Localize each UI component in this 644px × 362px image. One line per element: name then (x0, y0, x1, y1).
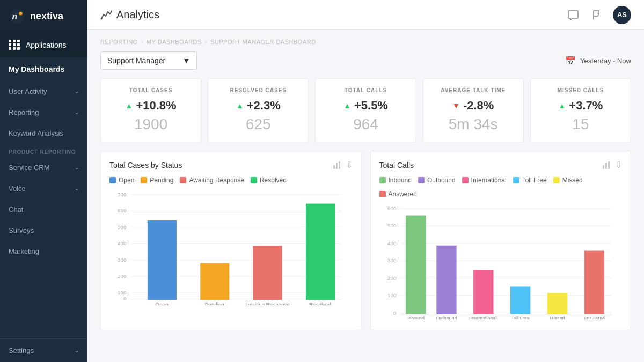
content-area: Reporting › My Dashboards › Support Mana… (87, 30, 644, 362)
user-avatar[interactable]: AS (613, 6, 631, 24)
bar-chart-icon (602, 161, 611, 169)
legend-missed: Missed (553, 176, 583, 184)
bar-missed (547, 293, 567, 314)
legend-outbound: Outbound (418, 176, 456, 184)
cases-bar-chart-svg: 700 600 500 400 300 200 100 0 Open (109, 189, 353, 305)
bar-outbound (436, 246, 456, 314)
legend-pending: Pending (141, 176, 173, 184)
chevron-down-icon: ⌄ (75, 348, 79, 353)
svg-text:400: 400 (118, 240, 127, 246)
svg-text:n: n (12, 11, 17, 21)
page-title: Analytics (116, 9, 159, 21)
legend-dot-open (109, 177, 116, 183)
svg-text:Open: Open (155, 301, 168, 305)
date-range-picker[interactable]: 📅 Yesterday - Now (565, 56, 631, 66)
chevron-down-icon: ⌄ (75, 88, 79, 94)
download-icon[interactable]: ⇩ (346, 160, 353, 170)
flag-icon-button[interactable] (589, 8, 604, 23)
sidebar-item-keyword-analysis[interactable]: Keyword Analysis (0, 123, 87, 144)
svg-rect-29 (608, 161, 610, 169)
stats-row: TOTAL CASES ▲ +10.8% 1900 RESOLVED CASES… (100, 78, 631, 142)
legend-dot-resolved (251, 177, 257, 183)
chart-calls-legend: Inbound Outbound International Toll Free (379, 176, 623, 198)
arrow-up-icon: ▲ (126, 101, 133, 110)
svg-rect-27 (603, 165, 604, 169)
download-icon[interactable]: ⇩ (615, 160, 622, 170)
arrow-up-icon: ▲ (558, 101, 566, 110)
chart-calls-header: Total Calls ⇩ (379, 160, 623, 170)
sidebar-bottom: Settings ⌄ (0, 338, 87, 362)
stat-change-resolved-cases: ▲ +2.3% (236, 99, 281, 113)
sidebar-item-reporting[interactable]: Reporting ⌄ (0, 102, 87, 123)
chat-icon-button[interactable] (566, 8, 581, 23)
arrow-up-icon: ▲ (236, 101, 244, 110)
bar-toll-free (510, 286, 530, 314)
svg-text:600: 600 (387, 205, 397, 211)
topbar-right: AS (566, 6, 631, 24)
sidebar-item-settings[interactable]: Settings ⌄ (0, 339, 87, 362)
svg-rect-5 (336, 163, 338, 169)
svg-text:International: International (470, 316, 496, 319)
svg-point-2 (19, 12, 22, 15)
arrow-down-icon: ▼ (452, 101, 460, 110)
svg-text:500: 500 (118, 224, 127, 230)
sidebar-apps-button[interactable]: Applications (0, 32, 87, 57)
legend-inbound: Inbound (379, 176, 412, 184)
legend-dot-awaiting (180, 177, 186, 183)
applications-label: Applications (26, 41, 67, 49)
sidebar-item-surveys[interactable]: Surveys (0, 220, 87, 241)
svg-text:500: 500 (387, 223, 397, 228)
sidebar-item-service-crm[interactable]: Service CRM ⌄ (0, 157, 87, 178)
bar-answered (584, 251, 604, 314)
stat-card-avg-talk-time: AVERAGE TALK TIME ▼ -2.8% 5m 34s (423, 78, 524, 142)
sidebar-item-chat[interactable]: Chat (0, 199, 87, 220)
legend-awaiting: Awaiting Response (180, 176, 244, 184)
sidebar-item-user-activity[interactable]: User Activity ⌄ (0, 81, 87, 102)
legend-dot-toll-free (513, 177, 519, 183)
legend-open: Open (109, 176, 134, 184)
main-content: Analytics AS Reporting › My Dashboards ›… (87, 0, 644, 362)
svg-text:200: 200 (118, 273, 127, 279)
bar-pending (200, 263, 229, 300)
svg-text:Awaiting Response: Awaiting Response (245, 301, 290, 305)
svg-text:100: 100 (387, 292, 397, 298)
svg-text:300: 300 (118, 257, 127, 263)
chart-cases-legend: Open Pending Awaiting Response Resolved (109, 176, 353, 184)
legend-dot-inbound (379, 177, 386, 183)
svg-text:300: 300 (387, 257, 397, 263)
legend-dot-outbound (418, 177, 425, 183)
nextiva-logo-icon: n (9, 8, 26, 25)
svg-text:400: 400 (387, 240, 397, 246)
chevron-down-icon: ▼ (182, 56, 190, 65)
svg-text:700: 700 (118, 191, 127, 197)
stat-change-total-calls: ▲ +5.5% (343, 99, 388, 113)
topbar-left: Analytics (100, 9, 159, 21)
svg-point-3 (101, 18, 103, 19)
breadcrumb: Reporting › My Dashboards › Support Mana… (100, 39, 631, 45)
stat-change-avg-talk-time: ▼ -2.8% (452, 99, 494, 113)
bar-inbound (406, 216, 426, 314)
product-reporting-section-label: PRODUCT REPORTING (0, 144, 87, 157)
bar-resolved (306, 204, 335, 300)
apps-grid-icon (9, 40, 20, 50)
svg-text:600: 600 (118, 208, 127, 213)
sidebar-item-voice[interactable]: Voice ⌄ (0, 178, 87, 199)
svg-text:200: 200 (387, 275, 397, 281)
svg-text:100: 100 (118, 290, 127, 295)
stat-card-total-calls: TOTAL CALLS ▲ +5.5% 964 (315, 78, 416, 142)
sidebar-item-marketing[interactable]: Marketing (0, 241, 87, 262)
bar-chart-icon (333, 161, 341, 169)
bar-open (148, 220, 177, 300)
sidebar-item-my-dashboards[interactable]: My Dashboards (0, 57, 87, 81)
arrow-up-icon: ▲ (343, 101, 351, 110)
calls-bar-chart-svg: 600 500 400 300 200 100 0 Inbound Outbou… (379, 203, 623, 319)
chart-total-calls: Total Calls ⇩ Inbound Outbound (370, 151, 632, 330)
legend-answered: Answered (379, 190, 417, 198)
legend-dot-answered (379, 191, 386, 197)
svg-rect-6 (339, 161, 340, 169)
svg-text:Inbound: Inbound (407, 316, 424, 319)
legend-dot-missed (553, 177, 560, 183)
legend-toll-free: Toll Free (513, 176, 547, 184)
svg-text:0: 0 (123, 295, 127, 301)
dashboard-selector-dropdown[interactable]: Support Manager ▼ (100, 51, 197, 70)
